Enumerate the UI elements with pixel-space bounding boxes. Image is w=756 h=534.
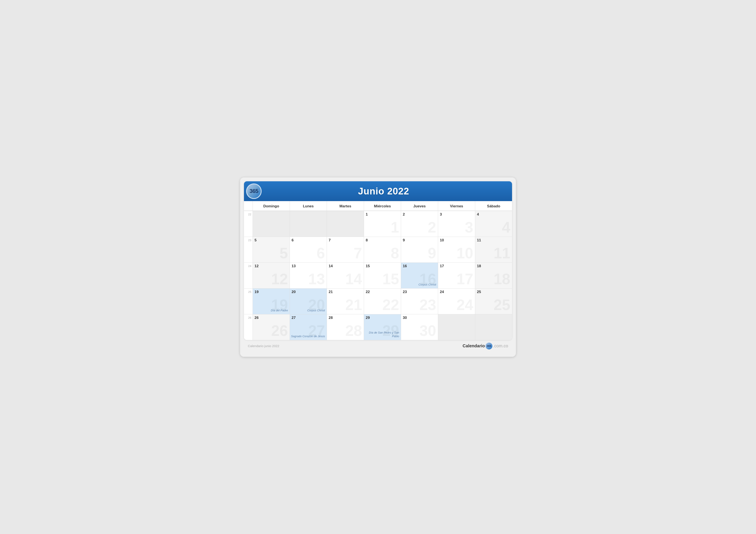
bg-day-num: 12: [271, 271, 288, 287]
day-number: 22: [366, 290, 399, 294]
day-number: 14: [329, 264, 362, 268]
day-number: 6: [292, 238, 325, 242]
day-number: 26: [255, 316, 288, 320]
cal-cell-8: 88: [364, 237, 401, 263]
day-header-viernes: Viernes: [438, 201, 475, 211]
week-num-header: [244, 201, 253, 211]
day-number: 12: [255, 264, 288, 268]
day-number: 15: [366, 264, 399, 268]
cal-cell-15: 1515: [364, 263, 401, 288]
bg-day-num: 6: [316, 246, 325, 261]
calendar-title: Junio 2022: [262, 186, 505, 196]
event-label: Corpus Christi: [307, 309, 325, 313]
week-number-25: 25: [244, 288, 253, 314]
day-number: 16: [403, 264, 436, 268]
day-number: 9: [403, 238, 436, 242]
footer-brand-pre: Calendario: [463, 343, 485, 348]
cal-cell-empty: [438, 314, 475, 340]
day-number: 11: [477, 238, 510, 242]
day-number: 18: [477, 264, 510, 268]
cal-cell-13: 1313: [290, 263, 327, 288]
cal-cell-6: 66: [290, 237, 327, 263]
bg-day-num: 23: [419, 297, 436, 313]
calendar-card: 365 Junio 2022 DomingoLunesMartesMiércol…: [244, 181, 512, 340]
day-number: 1: [366, 212, 399, 216]
cal-cell-25: 2525: [475, 288, 512, 314]
cal-cell-1: 11: [364, 211, 401, 237]
bg-day-num: 3: [465, 220, 473, 235]
cal-cell-16: 1616Corpus Christi: [401, 263, 438, 288]
bg-day-num: 21: [345, 297, 362, 313]
bg-day-num: 24: [456, 297, 473, 313]
bg-day-num: 7: [354, 246, 362, 261]
cal-cell-23: 2323: [401, 288, 438, 314]
week-number-24: 24: [244, 263, 253, 288]
cal-cell-empty: [475, 314, 512, 340]
cal-cell-5: 55: [253, 237, 290, 263]
cal-cell-2: 22: [401, 211, 438, 237]
cal-cell-empty: [253, 211, 290, 237]
cal-cell-20: 2020Corpus Christi: [290, 288, 327, 314]
bg-day-num: 17: [456, 271, 473, 287]
day-header-lunes: Lunes: [290, 201, 327, 211]
day-number: 17: [440, 264, 473, 268]
event-label: Día de San Pedro y San Pablo: [364, 331, 399, 338]
day-number: 10: [440, 238, 473, 242]
day-header-jueves: Jueves: [401, 201, 438, 211]
bg-day-num: 18: [494, 271, 510, 287]
day-number: 3: [440, 212, 473, 216]
bg-day-num: 10: [456, 246, 473, 261]
bg-day-num: 15: [382, 271, 399, 287]
day-number: 25: [477, 290, 510, 294]
event-label: Sagrado Corazón de Jesús: [291, 335, 325, 338]
cal-cell-3: 33: [438, 211, 475, 237]
page-wrapper: 365 Junio 2022 DomingoLunesMartesMiércol…: [240, 177, 516, 357]
day-header-martes: Martes: [327, 201, 364, 211]
event-label: Día del Padre: [271, 309, 288, 313]
cal-cell-7: 77: [327, 237, 364, 263]
bg-day-num: 25: [494, 297, 510, 313]
bg-day-num: 8: [391, 246, 399, 261]
footer-left-text: Calendario junio 2022: [248, 344, 279, 348]
day-number: 20: [292, 290, 325, 294]
footer-right: Calendario 365 .com.co: [463, 343, 508, 349]
day-number: 13: [292, 264, 325, 268]
cal-cell-28: 2828: [327, 314, 364, 340]
calendar-footer: Calendario junio 2022 Calendario 365 .co…: [244, 340, 512, 350]
day-number: 23: [403, 290, 436, 294]
cal-cell-30: 3030: [401, 314, 438, 340]
day-number: 27: [292, 316, 325, 320]
cal-cell-10: 1010: [438, 237, 475, 263]
cal-cell-14: 1414: [327, 263, 364, 288]
day-number: 5: [255, 238, 288, 242]
event-label: Corpus Christi: [418, 283, 436, 287]
cal-cell-11: 1111: [475, 237, 512, 263]
bg-day-num: 22: [382, 297, 399, 313]
cal-cell-17: 1717: [438, 263, 475, 288]
cal-cell-empty: [290, 211, 327, 237]
day-number: 28: [329, 316, 362, 320]
calendar-grid: 2211223344235566778899101011112412121313…: [244, 211, 512, 340]
day-headers-row: DomingoLunesMartesMiércolesJuevesViernes…: [244, 201, 512, 211]
cal-cell-empty: [327, 211, 364, 237]
cal-cell-21: 2121: [327, 288, 364, 314]
cal-cell-24: 2424: [438, 288, 475, 314]
cal-cell-18: 1818: [475, 263, 512, 288]
bg-day-num: 5: [280, 246, 288, 261]
footer-logo-text: 365: [487, 344, 491, 347]
cal-cell-4: 44: [475, 211, 512, 237]
bg-day-num: 13: [308, 271, 325, 287]
bg-day-num: 28: [345, 323, 362, 338]
day-number: 29: [366, 316, 399, 320]
bg-day-num: 1: [391, 220, 399, 235]
cal-cell-19: 1919Día del Padre: [253, 288, 290, 314]
day-number: 8: [366, 238, 399, 242]
logo-text: 365: [250, 188, 258, 194]
cal-cell-29: 2929Día de San Pedro y San Pablo: [364, 314, 401, 340]
day-number: 24: [440, 290, 473, 294]
week-number-22: 22: [244, 211, 253, 237]
logo-circle: 365: [246, 184, 262, 199]
day-number: 7: [329, 238, 362, 242]
day-number: 19: [255, 290, 288, 294]
footer-logo-circle: 365: [486, 343, 493, 349]
